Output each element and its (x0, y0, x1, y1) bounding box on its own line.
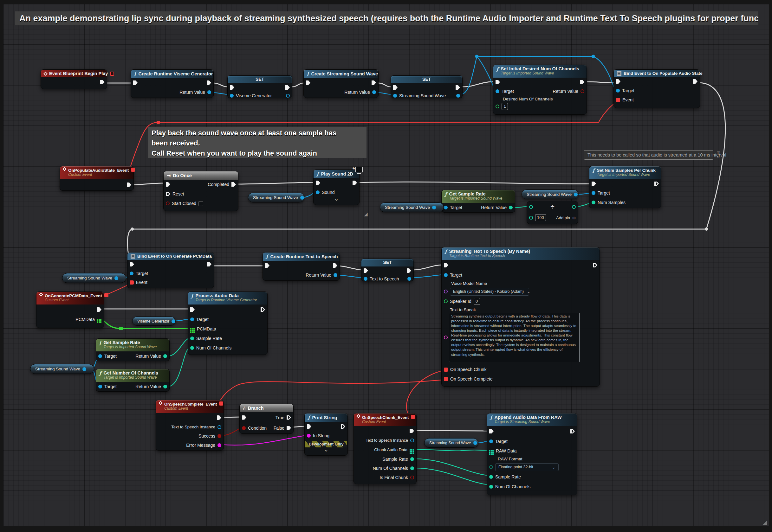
exec-out-pin[interactable] (410, 429, 414, 433)
node-event-begin-play[interactable]: Event Blueprint Begin Play (41, 69, 107, 89)
pill-streaming-sound-wave[interactable]: Streaming Sound Wave (30, 364, 94, 374)
node-bind-event-on-populate-audio-state[interactable]: Bind Event to On Populate Audio State Ta… (614, 69, 700, 108)
raw-format-dropdown[interactable]: Floating point 32-bit⌄ (495, 463, 559, 471)
return-value-pin[interactable] (509, 206, 513, 209)
sample-rate-pin[interactable] (489, 475, 493, 479)
exec-out-pin[interactable] (593, 263, 597, 267)
node-set-num-samples-per-chunk[interactable]: ƒSet Num Samples Per ChunkTarget is Impo… (589, 166, 661, 208)
target-pin[interactable] (489, 439, 493, 443)
in-string-pin[interactable] (307, 434, 311, 438)
node-set-viseme-generator[interactable]: SET Viseme Generator (227, 75, 292, 98)
dividend-pin[interactable] (529, 205, 533, 209)
node-set-initial-desired-num-of-channels[interactable]: ƒSet Initial Desired Num Of ChannelsTarg… (493, 65, 587, 115)
exec-in-pin[interactable] (133, 80, 138, 85)
node-print-string[interactable]: ƒPrint String In String Development Only… (304, 413, 348, 456)
exec-in-pin[interactable] (592, 182, 596, 186)
comment-bubble-icons[interactable]: ◫▪▪ (715, 150, 722, 160)
output-pin[interactable] (456, 94, 460, 98)
target-pin[interactable] (444, 206, 448, 209)
node-create-runtime-viseme-generator[interactable]: ƒCreate Runtime Viseme Generator Return … (131, 69, 214, 98)
output-pin[interactable] (171, 319, 175, 323)
node-get-sample-rate-2[interactable]: ƒGet Sample RateTarget is Imported Sound… (96, 338, 170, 361)
delegate-pin[interactable] (411, 415, 415, 419)
exec-in-pin[interactable] (616, 79, 621, 84)
node-divide[interactable]: ÷ 100Add pin⊕ (527, 201, 578, 224)
return-value-pin[interactable] (163, 385, 167, 388)
exec-out-pin[interactable] (654, 182, 659, 186)
pill-streaming-sound-wave[interactable]: Streaming Sound Wave (522, 189, 579, 199)
chevron-down-icon[interactable]: ⌄ (313, 197, 359, 202)
delegate-pin[interactable] (110, 72, 114, 76)
exec-in-pin[interactable] (444, 263, 448, 267)
text-to-speak-pin[interactable] (444, 336, 448, 339)
on-speech-chunk-delegate-pin[interactable] (444, 368, 448, 372)
exec-in-pin[interactable] (190, 307, 195, 312)
exec-in-pin[interactable] (489, 429, 494, 433)
return-value-pin[interactable] (333, 273, 337, 277)
blueprint-graph-canvas[interactable]: An example demonstrating lip sync during… (3, 4, 769, 526)
pill-streaming-sound-wave[interactable]: Streaming Sound Wave (380, 202, 444, 212)
voice-model-name-pin[interactable] (444, 290, 448, 293)
chevron-down-icon[interactable]: ⌄ (305, 448, 347, 453)
exec-out-pin[interactable] (333, 263, 337, 268)
target-pin[interactable] (190, 317, 194, 321)
exec-out-pin[interactable] (97, 307, 101, 312)
target-pin[interactable] (98, 354, 102, 358)
node-on-generate-pcmdata-event[interactable]: OnGeneratePCMData_EventCustom Event PCMD… (36, 292, 104, 328)
divisor-pin[interactable] (529, 216, 533, 220)
condition-pin[interactable] (242, 426, 246, 430)
exec-out-pin[interactable] (260, 307, 265, 312)
node-set-text-to-speech[interactable]: SET Text to Speech (361, 259, 414, 281)
pcmdata-array-pin[interactable] (97, 319, 101, 320)
output-pin[interactable] (300, 196, 304, 200)
start-closed-pin[interactable] (166, 202, 170, 205)
event-delegate-pin[interactable] (130, 280, 134, 285)
raw-format-pin[interactable] (489, 465, 493, 469)
exec-in-pin[interactable] (316, 181, 320, 185)
divisor-input[interactable]: 100 (535, 214, 546, 221)
exec-in-pin[interactable] (496, 80, 500, 84)
output-pin[interactable] (286, 94, 290, 98)
pill-streaming-sound-wave[interactable]: Streaming Sound Wave (62, 273, 126, 283)
exec-in-pin[interactable] (230, 85, 234, 90)
speaker-id-pin[interactable] (444, 299, 448, 303)
tts-instance-pin[interactable] (217, 425, 221, 429)
result-pin[interactable] (572, 205, 576, 209)
pill-streaming-sound-wave[interactable]: Streaming Sound Wave (248, 193, 304, 202)
return-value-pin[interactable] (207, 90, 211, 94)
exec-in-pin[interactable] (363, 268, 368, 273)
delegate-pin[interactable] (219, 401, 223, 406)
output-pin[interactable] (574, 193, 578, 196)
node-do-once[interactable]: ⇥Do Once Completed Reset Start Closed (163, 171, 238, 211)
node-set-streaming-sound-wave[interactable]: SET Streaming Sound Wave (391, 75, 463, 98)
voice-model-dropdown[interactable]: English (United States) - Kokoro (Adam)⌄ (450, 288, 529, 296)
true-exec-pin[interactable] (286, 415, 291, 420)
text-to-speak-textarea[interactable]: Streaming synthesis output begins with a… (449, 313, 580, 362)
exec-in-pin[interactable] (265, 263, 269, 268)
start-closed-checkbox[interactable] (198, 201, 203, 206)
raw-data-array-pin[interactable] (489, 450, 494, 452)
sample-rate-pin[interactable] (410, 457, 414, 461)
exec-in-pin[interactable] (130, 262, 134, 266)
resize-grip-icon[interactable]: ◢ (762, 519, 767, 526)
delegate-pin[interactable] (104, 293, 108, 297)
reroute-node-delegate[interactable] (157, 121, 160, 124)
exec-out-pin[interactable] (407, 268, 411, 273)
exec-out-pin[interactable] (217, 415, 221, 420)
exec-in-pin[interactable] (393, 85, 398, 90)
num-of-channels-pin[interactable] (410, 466, 414, 470)
node-get-sample-rate[interactable]: ƒGet Sample RateTarget is Imported Sound… (441, 190, 515, 213)
exec-out-pin[interactable] (352, 181, 357, 185)
exec-in-pin[interactable] (306, 80, 310, 85)
on-speech-complete-delegate-pin[interactable] (444, 377, 448, 381)
success-pin[interactable] (217, 434, 221, 438)
target-pin[interactable] (592, 191, 595, 195)
exec-out-pin[interactable] (100, 80, 105, 84)
comment-play-back[interactable]: Play back the sound wave once at least o… (148, 127, 366, 158)
tts-instance-pin[interactable] (410, 439, 414, 442)
node-on-populate-audio-state-event[interactable]: OnPopulateAudioState_EventCustom Event (60, 166, 134, 191)
exec-in-pin[interactable] (307, 424, 311, 429)
streaming-sound-wave-pin[interactable] (393, 94, 397, 98)
output-pin[interactable] (473, 441, 477, 445)
pill-streaming-sound-wave[interactable]: Streaming Sound Wave (424, 438, 479, 448)
